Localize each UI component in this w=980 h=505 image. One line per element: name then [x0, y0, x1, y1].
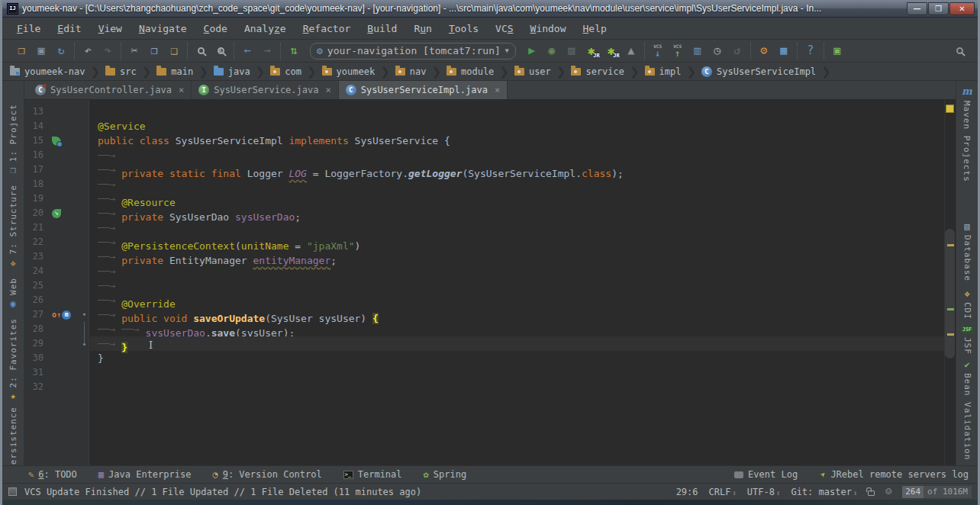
- vcs-update-icon[interactable]: VCS↓: [649, 43, 667, 60]
- code-line-32[interactable]: 32: [24, 380, 944, 394]
- settings-icon[interactable]: ⚙: [755, 43, 773, 60]
- line-numbers-icon[interactable]: ⇅: [285, 43, 303, 60]
- copy-icon[interactable]: ❐: [145, 43, 163, 60]
- breadcrumb-item-java[interactable]: java: [214, 66, 250, 77]
- menu-window[interactable]: Window: [522, 23, 575, 34]
- menu-help[interactable]: Help: [575, 23, 615, 34]
- close-button[interactable]: ✕: [949, 2, 975, 15]
- breadcrumb-item-src[interactable]: src: [105, 66, 137, 77]
- tool-stripe-database[interactable]: ▤Database: [962, 222, 972, 281]
- code-line-26[interactable]: 26──→@Override: [24, 293, 944, 307]
- search-icon[interactable]: [950, 43, 969, 60]
- code-line-14[interactable]: 14@Service: [24, 119, 944, 133]
- memory-indicator[interactable]: 264 of 1016M: [902, 486, 972, 498]
- code-line-27[interactable]: 27o↑m▾──→public void saveOrUpdate(SysUse…: [24, 307, 944, 322]
- menu-navigate[interactable]: Navigate: [131, 23, 195, 34]
- breadcrumb-item-user[interactable]: user: [514, 66, 551, 77]
- code-line-15[interactable]: 15public class SysUserServiceImpl implem…: [24, 133, 944, 148]
- synchronize-icon[interactable]: ↻: [52, 43, 70, 60]
- breadcrumb-item-main[interactable]: main: [156, 66, 193, 77]
- breadcrumb-item-youmeek-nav[interactable]: youmeek-nav: [10, 66, 85, 77]
- tool-window-button-spring[interactable]: ✿Spring: [424, 469, 467, 480]
- tab-close-icon[interactable]: ×: [179, 85, 184, 95]
- menu-vcs[interactable]: VCS: [487, 23, 521, 34]
- tool-stripe-maven-projects[interactable]: mMaven Projects: [962, 85, 972, 182]
- tool-window-button-9-version-control[interactable]: ◔9: Version Control: [212, 469, 321, 480]
- menu-view[interactable]: View: [90, 23, 131, 34]
- breadcrumb-item-sysuserserviceimpl[interactable]: CSysUserServiceImpl: [701, 66, 816, 77]
- code-line-23[interactable]: 23──→private EntityManager entityManager…: [24, 249, 944, 264]
- jrebel-sync-icon[interactable]: ▣: [828, 43, 846, 60]
- menu-build[interactable]: Build: [359, 23, 405, 34]
- tool-window-button-event-log[interactable]: Event Log: [734, 469, 798, 480]
- open-icon[interactable]: ❒: [12, 43, 31, 60]
- menu-edit[interactable]: Edit: [49, 23, 89, 34]
- minimize-button[interactable]: —: [907, 2, 927, 15]
- tool-stripe-persistence[interactable]: Persistence▤: [8, 407, 18, 465]
- run-configuration-select[interactable]: ⚙ your-navigation [tomcat7:run] ▼: [310, 43, 516, 60]
- code-line-19[interactable]: 19──→@Resource: [24, 191, 944, 206]
- replace-icon[interactable]: A: [211, 43, 230, 60]
- breadcrumb-item-impl[interactable]: impl: [645, 66, 682, 77]
- tool-stripe-bean-validation[interactable]: ✔Bean Validation: [962, 360, 972, 460]
- code-line-20[interactable]: 20➘──→private SysUserDao sysUserDao;: [24, 206, 944, 220]
- code-line-18[interactable]: 18──→: [24, 177, 944, 191]
- tool-window-toggle-icon[interactable]: [8, 487, 17, 496]
- forward-icon[interactable]: →: [258, 43, 276, 60]
- vcs-commit-icon[interactable]: VCS↑: [669, 43, 687, 60]
- tab-sysuserserviceimpl-java[interactable]: CSysUserServiceImpl.java×: [339, 81, 508, 99]
- jrebel-marker-icon[interactable]: m: [62, 310, 71, 320]
- menu-tools[interactable]: Tools: [440, 23, 487, 34]
- code-line-22[interactable]: 22──→@PersistenceContext(unitName = "jpa…: [24, 235, 944, 249]
- jrebel-run-icon[interactable]: ✱JR: [582, 43, 601, 60]
- code-editor[interactable]: 1314@Service15public class SysUserServic…: [24, 100, 956, 465]
- rollback-icon[interactable]: ↺: [728, 43, 746, 60]
- tool-window-button-terminal[interactable]: >_Terminal: [343, 469, 402, 480]
- back-icon[interactable]: ←: [238, 43, 256, 60]
- project-structure-icon[interactable]: ▦: [775, 43, 793, 60]
- tool-window-button-6-todo[interactable]: ✎6: TODO: [28, 469, 77, 480]
- inspection-status-icon[interactable]: [946, 105, 954, 113]
- breadcrumb-item-youmeek[interactable]: youmeek: [322, 66, 376, 77]
- cut-icon[interactable]: ✂: [125, 43, 143, 60]
- tool-stripe-cdi[interactable]: ❖CDI: [962, 289, 972, 320]
- caret-position-widget[interactable]: 29:6: [676, 487, 698, 497]
- tab-sysuserservice-java[interactable]: ISysUserService.java×: [192, 81, 339, 99]
- tool-stripe-web[interactable]: Web◉: [8, 278, 18, 308]
- profiler-icon[interactable]: ▲: [622, 43, 640, 60]
- unlock-icon[interactable]: [868, 491, 875, 496]
- editor-scrollbar[interactable]: [945, 229, 955, 359]
- tool-stripe-1-project[interactable]: 1: Project❒: [8, 104, 18, 175]
- code-line-17[interactable]: 17──→private static final Logger LOG = L…: [24, 162, 944, 177]
- spring-bean-icon[interactable]: [52, 137, 61, 146]
- hector-inspections-icon[interactable]: ☺: [885, 486, 891, 497]
- tab-sysusercontroller-java[interactable]: CSysUserController.java×: [28, 81, 192, 99]
- code-line-25[interactable]: 25──→: [24, 278, 944, 293]
- redo-icon[interactable]: ↷: [98, 43, 117, 60]
- code-line-16[interactable]: 16──→: [24, 148, 944, 162]
- menu-refactor[interactable]: Refactor: [295, 23, 359, 34]
- tab-close-icon[interactable]: ×: [325, 85, 330, 95]
- fold-marker[interactable]: ▾: [79, 307, 90, 322]
- run-icon[interactable]: ▶: [523, 43, 541, 60]
- tool-stripe-7-structure[interactable]: 7: Structure❖: [8, 185, 18, 267]
- encoding-widget[interactable]: UTF-8↕: [747, 487, 781, 497]
- paste-icon[interactable]: ❑: [165, 43, 183, 60]
- jrebel-debug-icon[interactable]: ✱JR: [602, 43, 621, 60]
- menu-analyze[interactable]: Analyze: [236, 23, 295, 34]
- code-line-24[interactable]: 24──→: [24, 264, 944, 278]
- breadcrumb-item-nav[interactable]: nav: [395, 66, 427, 77]
- code-line-13[interactable]: 13: [24, 105, 944, 119]
- breadcrumb-item-module[interactable]: module: [446, 66, 494, 77]
- tool-stripe-jsf[interactable]: JSFJSF: [961, 326, 974, 355]
- tab-close-icon[interactable]: ×: [495, 85, 500, 95]
- code-line-29[interactable]: 29▴──→}: [24, 336, 944, 351]
- menu-run[interactable]: Run: [405, 23, 440, 34]
- code-line-31[interactable]: 31: [24, 365, 944, 380]
- line-separator-widget[interactable]: CRLF↕: [709, 487, 737, 497]
- fold-marker[interactable]: ▴: [79, 336, 90, 351]
- maximize-button[interactable]: ❐: [928, 2, 949, 15]
- fold-marker[interactable]: [79, 322, 90, 336]
- git-branch-widget[interactable]: Git: master↕: [791, 487, 857, 497]
- status-message[interactable]: VCS Update Finished // 1 File Updated //…: [24, 487, 421, 497]
